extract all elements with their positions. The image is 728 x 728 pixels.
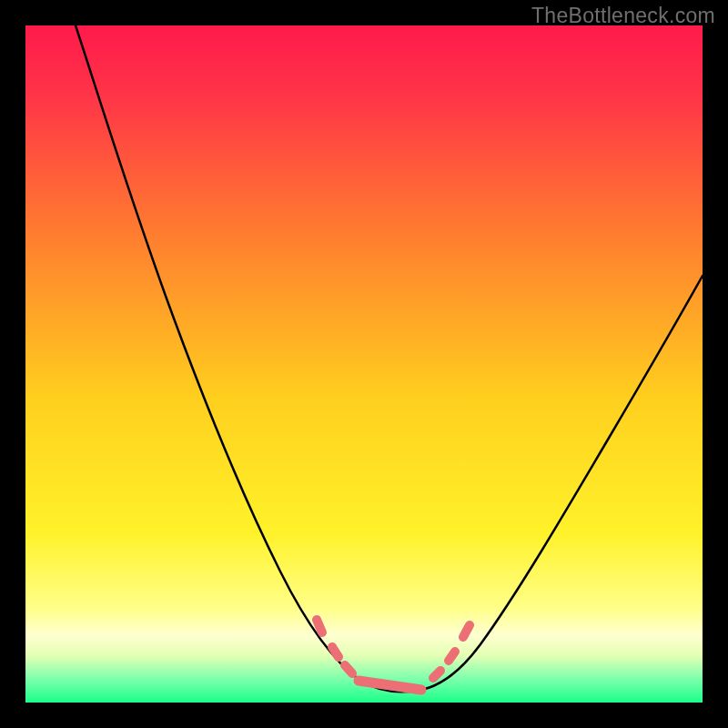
marker-dot <box>433 671 440 678</box>
chart-frame: TheBottleneck.com <box>0 0 728 728</box>
marker-dot <box>449 652 455 661</box>
chart-svg <box>25 25 703 703</box>
marker-dot <box>345 665 352 673</box>
gradient-bg <box>25 25 703 703</box>
watermark: TheBottleneck.com <box>531 4 715 28</box>
marker-dot <box>317 620 322 632</box>
chart-plot-area <box>25 25 703 703</box>
marker-dot <box>332 647 339 657</box>
marker-dot <box>463 625 470 637</box>
